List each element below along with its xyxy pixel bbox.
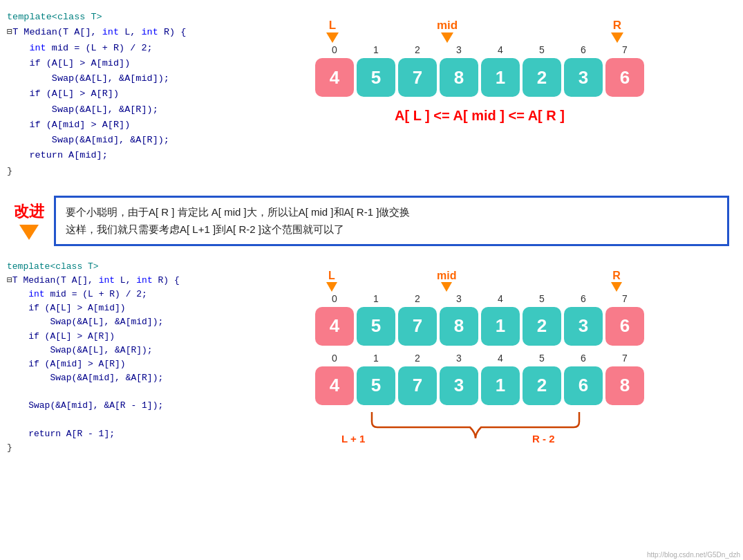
top-section: template<class T> ⊟T Median(T A[], int L… — [0, 0, 743, 189]
code-line: if (A[L] > A[mid]) — [7, 56, 276, 71]
bottom-viz: L mid R 0 1 2 3 4 5 6 7 4 5 — [311, 257, 648, 448]
watermark: http://blog.csdn.net/G5Dn_dzh — [647, 551, 740, 559]
cell-6: 3 — [564, 58, 603, 97]
R-arrow: R — [611, 19, 623, 43]
code-line: if (A[L] > A[mid]) — [7, 301, 276, 315]
bot-cell-bot-4: 1 — [481, 366, 520, 405]
top-indices: 0 1 2 3 4 5 6 7 — [314, 44, 646, 55]
bot-cell-bot-7: 8 — [605, 366, 644, 405]
bot-mid-arrow: mid — [437, 270, 456, 292]
code-line: ⊟T Median(T A[], int L, int R) { — [7, 25, 276, 40]
improvement-label: 改进 — [14, 201, 44, 222]
bot-R-arrow: R — [611, 270, 622, 292]
code-line: template<class T> — [7, 260, 276, 274]
imp-text-line1: 要个小聪明，由于A[ R ] 肯定比 A[ mid ]大，所以让A[ mid ]… — [66, 206, 410, 218]
code-line: if (A[mid] > A[R]) — [7, 357, 276, 371]
bot-array-cells-top: 4 5 7 8 1 2 3 6 — [315, 307, 644, 346]
bot-cell-bot-5: 2 — [523, 366, 561, 405]
code-line: ⊟T Median(T A[], int L, int R) { — [7, 274, 276, 288]
bot-cell-bot-2: 7 — [398, 366, 437, 405]
bot-cell-bot-3: 3 — [440, 366, 478, 405]
cell-4: 1 — [481, 58, 520, 97]
bot-cell-top-1: 5 — [357, 307, 395, 346]
cell-2: 7 — [398, 58, 437, 97]
L-label: L — [329, 19, 336, 32]
improvement-down-arrow — [19, 225, 39, 240]
code-line: Swap(&A[L], &A[R]); — [7, 344, 276, 357]
code-line: int mid = (L + R) / 2; — [7, 288, 276, 301]
bot-cell-bot-1: 5 — [357, 366, 395, 405]
brace-right-label: R - 2 — [532, 433, 555, 445]
bot-cell-top-4: 1 — [481, 307, 520, 346]
bot-cell-bot-0: 4 — [315, 366, 354, 405]
R-label: R — [613, 19, 621, 32]
imp-text-line2: 这样，我们就只需要考虑A[ L+1 ]到A[ R-2 ]这个范围就可以了 — [66, 223, 344, 235]
cell-3: 8 — [440, 58, 478, 97]
bot-cell-top-3: 8 — [440, 307, 478, 346]
cell-7: 6 — [605, 58, 644, 97]
bot-cell-top-0: 4 — [315, 307, 354, 346]
bot-L-arrow: L — [326, 270, 337, 292]
code-line: if (A[L] > A[R]) — [7, 86, 276, 102]
bot-cell-top-6: 3 — [564, 307, 603, 346]
mid-arrow: mid — [437, 19, 458, 43]
code-line: if (A[mid] > A[R]) — [7, 118, 276, 133]
cell-5: 2 — [523, 58, 561, 97]
bot-indices-bottom: 0 1 2 3 4 5 6 7 — [314, 353, 646, 364]
cell-1: 5 — [357, 58, 395, 97]
L-arrow: L — [326, 19, 339, 43]
brace-left-label: L + 1 — [341, 433, 365, 445]
code-line — [7, 385, 276, 399]
bot-cell-top-2: 7 — [398, 307, 437, 346]
bot-array-cells-bottom: 4 5 7 3 1 2 6 8 — [315, 366, 644, 405]
code-line: } — [7, 441, 276, 455]
top-code-block: template<class T> ⊟T Median(T A[], int L… — [7, 7, 276, 182]
top-array-viz: L mid R 0 1 2 3 4 5 6 7 — [311, 7, 648, 124]
code-line: return A[mid]; — [7, 148, 276, 163]
cell-0: 4 — [315, 58, 354, 97]
bot-indices-top: 0 1 2 3 4 5 6 7 — [314, 293, 646, 304]
bot-cell-top-7: 6 — [605, 307, 644, 346]
bottom-section: template<class T> ⊟T Median(T A[], int L… — [0, 252, 743, 458]
bottom-code-block: template<class T> ⊟T Median(T A[], int L… — [7, 257, 276, 458]
top-formula: A[ L ] <= A[ mid ] <= A[ R ] — [395, 108, 565, 124]
code-line — [7, 413, 276, 427]
code-line: return A[R - 1]; — [7, 427, 276, 441]
code-line: Swap(&A[mid], &A[R - 1]); — [7, 399, 276, 413]
bot-cell-top-5: 2 — [523, 307, 561, 346]
code-line: int mid = (L + R) / 2; — [7, 41, 276, 56]
code-line: Swap(&A[L], &A[mid]); — [7, 315, 276, 329]
code-line: } — [7, 164, 276, 179]
code-line: Swap(&A[L], &A[R]); — [7, 102, 276, 118]
code-line: if (A[L] > A[R]) — [7, 330, 276, 344]
top-array-cells: 4 5 7 8 1 2 3 6 — [315, 58, 644, 97]
bot-cell-bot-6: 6 — [564, 366, 603, 405]
improvement-box: 要个小聪明，由于A[ R ] 肯定比 A[ mid ]大，所以让A[ mid ]… — [54, 196, 729, 246]
brace-annotation: L + 1 R - 2 — [311, 407, 648, 448]
code-line: Swap(&A[mid], &A[R]); — [7, 371, 276, 385]
code-line: Swap(&A[L], &A[mid]); — [7, 71, 276, 86]
code-line: Swap(&A[mid], &A[R]); — [7, 133, 276, 148]
mid-label: mid — [437, 19, 458, 32]
improvement-section: 改进 要个小聪明，由于A[ R ] 肯定比 A[ mid ]大，所以让A[ mi… — [0, 192, 743, 250]
code-line: template<class T> — [7, 10, 276, 25]
